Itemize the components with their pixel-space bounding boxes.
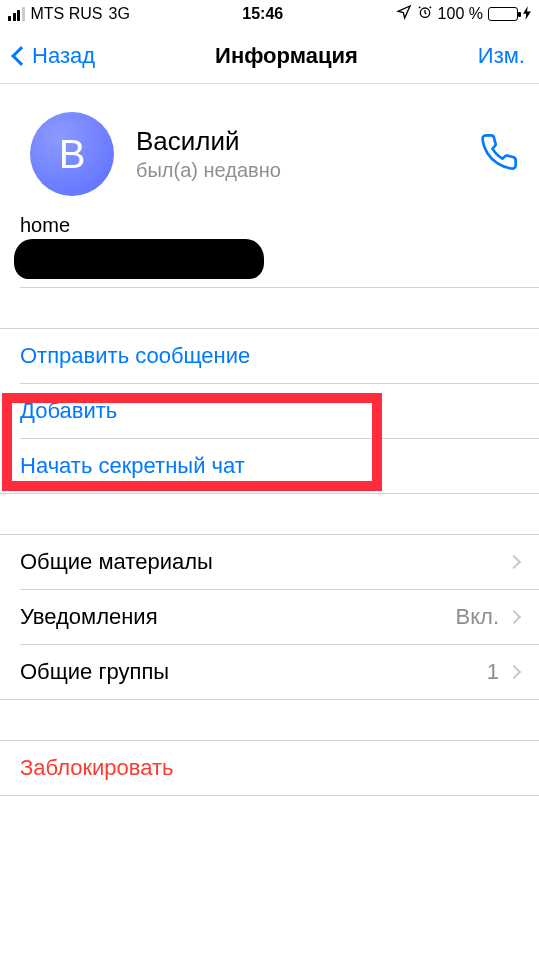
secret-chat-label: Начать секретный чат: [20, 453, 245, 479]
nav-bar: Назад Информация Изм.: [0, 28, 539, 84]
shared-groups-label: Общие группы: [20, 659, 169, 685]
clock: 15:46: [242, 5, 283, 23]
edit-button[interactable]: Изм.: [478, 43, 525, 69]
avatar[interactable]: В: [30, 112, 114, 196]
phone-icon: [479, 132, 519, 172]
chevron-right-icon: [507, 555, 521, 569]
chevron-right-icon: [507, 665, 521, 679]
alarm-icon: [417, 4, 433, 24]
secret-chat-row[interactable]: Начать секретный чат: [0, 439, 539, 493]
block-user-row[interactable]: Заблокировать: [0, 741, 539, 795]
carrier-label: MTS RUS: [31, 5, 103, 23]
back-button[interactable]: Назад: [14, 43, 95, 69]
shared-media-row[interactable]: Общие материалы: [0, 535, 539, 589]
notifications-value: Вкл.: [456, 604, 500, 630]
back-label: Назад: [32, 43, 95, 69]
battery-icon: [488, 7, 518, 21]
notifications-label: Уведомления: [20, 604, 158, 630]
send-message-row[interactable]: Отправить сообщение: [0, 329, 539, 383]
phone-field[interactable]: home: [0, 214, 539, 287]
network-label: 3G: [109, 5, 130, 23]
battery-text: 100 %: [438, 5, 483, 23]
shared-media-label: Общие материалы: [20, 549, 213, 575]
status-bar: MTS RUS 3G 15:46 100 %: [0, 0, 539, 28]
send-message-label: Отправить сообщение: [20, 343, 250, 369]
contact-name: Василий: [136, 126, 479, 157]
page-title: Информация: [215, 43, 358, 69]
shared-groups-value: 1: [487, 659, 499, 685]
add-contact-row[interactable]: Добавить: [0, 384, 539, 438]
signal-icon: [8, 7, 25, 21]
add-contact-label: Добавить: [20, 398, 117, 424]
call-button[interactable]: [479, 132, 519, 176]
last-seen-status: был(а) недавно: [136, 159, 479, 182]
separator: [0, 795, 539, 796]
notifications-row[interactable]: Уведомления Вкл.: [0, 590, 539, 644]
charging-icon: [523, 6, 531, 23]
phone-label: home: [20, 214, 519, 237]
shared-groups-row[interactable]: Общие группы 1: [0, 645, 539, 699]
phone-number-redacted: [14, 239, 264, 279]
chevron-right-icon: [507, 610, 521, 624]
block-user-label: Заблокировать: [20, 755, 174, 781]
profile-header: В Василий был(а) недавно: [0, 84, 539, 214]
location-icon: [396, 4, 412, 24]
chevron-left-icon: [11, 46, 31, 66]
